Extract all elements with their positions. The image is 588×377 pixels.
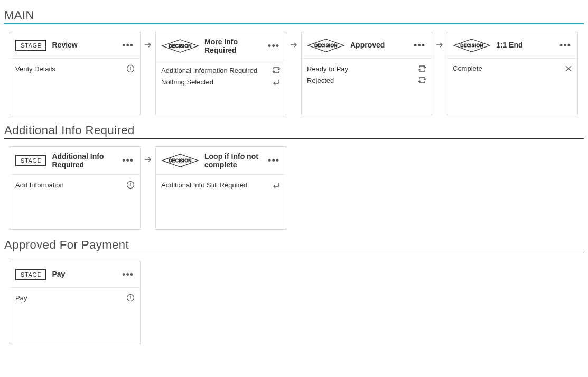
item-row[interactable]: Nothing Selected — [161, 76, 281, 88]
section-title: Additional Info Required — [4, 124, 584, 137]
item-label: Additional Information Required — [161, 67, 257, 74]
item-label: Additional Info Still Required — [161, 181, 247, 189]
stage-badge: STAGE — [15, 155, 46, 166]
decision-badge: DECISION — [307, 38, 345, 53]
card-decision-end[interactable]: DECISION 1:1 End ••• Complete — [447, 32, 578, 115]
lane: STAGE Additional Info Required ••• Add I… — [4, 144, 584, 235]
card-body: Verify Details — [10, 59, 140, 79]
item-row[interactable]: Additional Information Required — [161, 64, 281, 76]
card-body: Additional Information Required Nothing … — [156, 60, 286, 92]
section-title: MAIN — [4, 8, 584, 22]
section-divider — [4, 138, 584, 139]
more-icon[interactable]: ••• — [121, 40, 135, 51]
lane: STAGE Pay ••• Pay — [4, 259, 584, 350]
card-title: Loop if Info not complete — [204, 152, 262, 169]
card-header: DECISION Loop if Info not complete ••• — [156, 147, 286, 175]
item-row[interactable]: Ready to Pay — [307, 63, 426, 74]
card-body: Complete — [447, 59, 577, 78]
card-body: Ready to Pay Rejected — [302, 59, 432, 90]
arrow-right-icon — [290, 32, 298, 58]
card-header: STAGE Review ••• — [10, 32, 140, 59]
stage-badge: STAGE — [15, 40, 46, 51]
info-icon[interactable] — [126, 181, 135, 189]
svg-text:DECISION: DECISION — [460, 43, 483, 48]
card-body: Add Information — [10, 175, 140, 195]
close-icon[interactable] — [565, 65, 572, 72]
more-icon[interactable]: ••• — [558, 40, 572, 51]
item-row[interactable]: Verify Details — [15, 63, 135, 74]
item-label: Ready to Pay — [307, 65, 348, 73]
card-header: DECISION 1:1 End ••• — [447, 32, 577, 59]
item-row[interactable]: Pay — [15, 292, 135, 304]
decision-badge: DECISION — [161, 153, 199, 168]
more-icon[interactable]: ••• — [267, 155, 281, 166]
card-title: 1:1 End — [496, 41, 553, 49]
decision-badge: DECISION — [453, 38, 491, 53]
info-icon[interactable] — [126, 64, 135, 73]
item-row[interactable]: Add Information — [15, 179, 135, 191]
card-title: Additional Info Required — [52, 152, 116, 169]
card-header: DECISION Approved ••• — [302, 32, 432, 59]
card-title: More Info Required — [204, 37, 262, 54]
svg-point-22 — [130, 296, 131, 296]
card-stage-review[interactable]: STAGE Review ••• Verify Details — [10, 32, 141, 115]
loop-icon[interactable] — [418, 64, 426, 73]
card-header: STAGE Pay ••• — [10, 261, 140, 288]
svg-text:DECISION: DECISION — [314, 43, 338, 48]
section-title: Approved For Payment — [4, 238, 584, 252]
card-header: STAGE Additional Info Required ••• — [10, 147, 140, 175]
card-decision-loop[interactable]: DECISION Loop if Info not complete ••• A… — [155, 146, 286, 230]
item-label: Complete — [453, 64, 482, 72]
item-row[interactable]: Additional Info Still Required — [161, 179, 281, 191]
arrow-right-icon — [144, 32, 152, 58]
svg-text:DECISION: DECISION — [169, 158, 192, 163]
svg-point-2 — [130, 67, 131, 67]
loop-icon[interactable] — [418, 76, 426, 84]
arrow-right-icon — [144, 146, 152, 173]
more-icon[interactable]: ••• — [267, 40, 281, 52]
lane: STAGE Review ••• Verify Details DECISION… — [4, 30, 584, 120]
card-header: DECISION More Info Required ••• — [156, 32, 286, 60]
card-title: Review — [52, 41, 116, 49]
card-body: Additional Info Still Required — [156, 175, 286, 195]
arrow-right-icon — [435, 32, 444, 58]
item-label: Pay — [15, 294, 27, 302]
back-icon[interactable] — [272, 181, 281, 189]
item-row[interactable]: Rejected — [307, 74, 426, 86]
item-label: Verify Details — [15, 65, 55, 73]
card-title: Pay — [52, 270, 116, 278]
item-label: Rejected — [307, 77, 334, 84]
item-label: Add Information — [15, 181, 64, 189]
item-row[interactable]: Complete — [453, 63, 572, 74]
more-icon[interactable]: ••• — [413, 40, 426, 51]
decision-badge: DECISION — [161, 39, 199, 53]
item-label: Nothing Selected — [161, 78, 213, 86]
card-decision-approved[interactable]: DECISION Approved ••• Ready to Pay Rejec… — [301, 32, 432, 115]
card-decision-more-info[interactable]: DECISION More Info Required ••• Addition… — [155, 32, 286, 115]
info-icon[interactable] — [126, 294, 135, 302]
section-divider-main — [4, 23, 584, 24]
section-divider — [4, 253, 584, 253]
loop-icon[interactable] — [272, 66, 281, 74]
card-body: Pay — [10, 288, 140, 308]
more-icon[interactable]: ••• — [121, 155, 135, 166]
stage-badge: STAGE — [15, 269, 46, 280]
svg-point-16 — [130, 183, 131, 183]
more-icon[interactable]: ••• — [121, 269, 135, 280]
card-title: Approved — [350, 41, 407, 49]
card-stage-additional-info[interactable]: STAGE Additional Info Required ••• Add I… — [10, 146, 141, 230]
svg-text:DECISION: DECISION — [169, 43, 192, 49]
card-stage-pay[interactable]: STAGE Pay ••• Pay — [10, 261, 141, 344]
back-icon[interactable] — [272, 78, 281, 86]
